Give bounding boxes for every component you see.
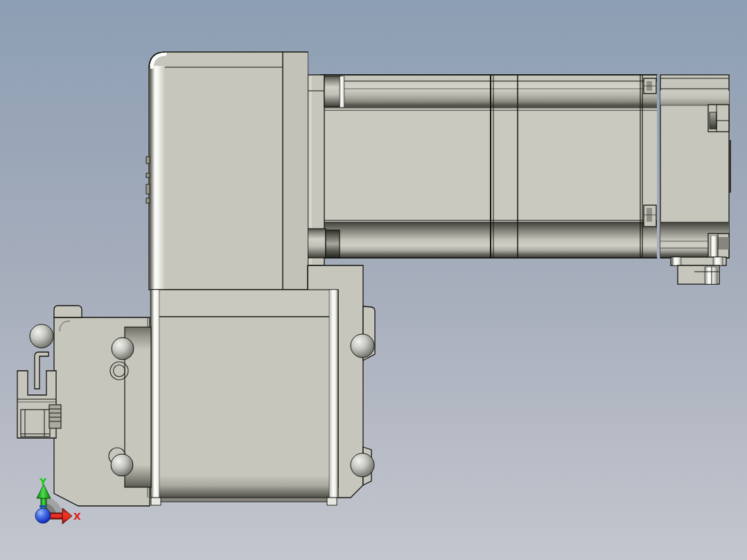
carriage-bottom-strip [159,498,328,502]
top-rod-flange-ring [340,76,344,107]
connector-pin [672,257,681,265]
housing-edge-highlight [150,66,165,290]
carriage-face-plate [151,317,338,487]
clamp-block [49,405,61,428]
groove-nut-bottom [644,205,656,227]
x-axis-label: X [73,511,81,522]
dome-screw [351,453,374,477]
bottom-rod-end-cap [308,229,326,258]
carriage-foot [151,498,161,505]
motor-connector [671,257,726,284]
top-rod-end-cap [324,76,341,107]
right-edge-shadow [729,140,731,193]
dome-screw [111,454,133,476]
dome-screw [112,338,134,360]
assembly-gap [657,75,660,258]
y-axis-label: Y [39,476,47,487]
arm-face [320,111,657,220]
groove-nut-top [644,78,656,94]
bottom-right-notch [708,234,729,258]
dome-screw [30,324,53,348]
horizontal-actuator [308,75,660,265]
top-guide-rod [342,81,657,107]
carriage-assembly [150,265,375,505]
housing-side-column [283,53,308,289]
dome-screw [351,334,374,358]
connector-pin [713,257,723,265]
face-highlight-left [150,290,159,498]
carriage-end-cap [151,290,338,317]
carriage-foot [327,498,337,505]
bottom-guide-rod [320,222,657,258]
top-right-notch [708,105,729,132]
base-block-top-tab [54,306,82,317]
face-highlight-right [329,290,338,498]
cad-viewport[interactable]: Y X [0,0,747,560]
origin-sphere [35,508,51,523]
face-bottom-shadow [151,475,338,498]
end-motor-block [660,75,731,284]
vertical-housing [146,52,308,290]
z-axis-tick [39,505,46,507]
connector-barrel [705,267,717,284]
